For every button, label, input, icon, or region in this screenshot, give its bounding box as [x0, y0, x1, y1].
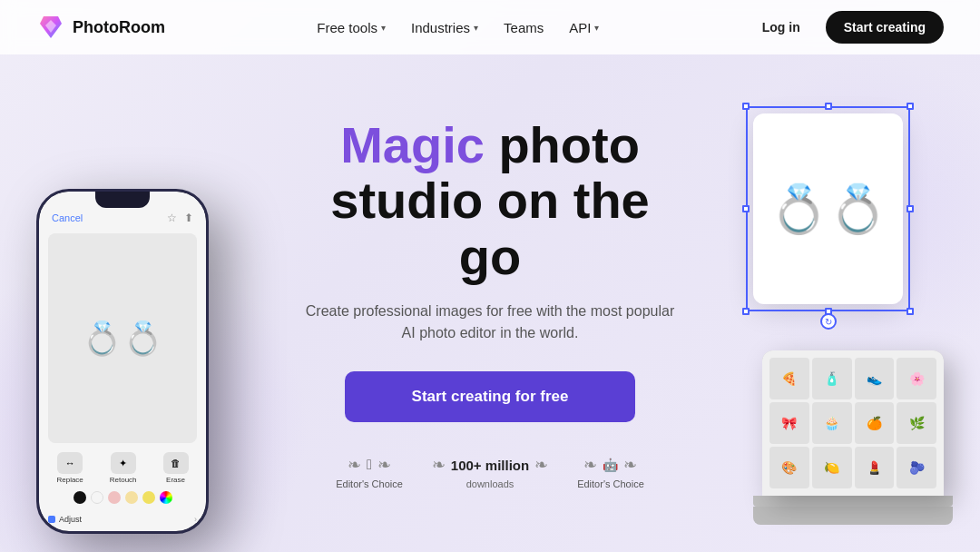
- handle-top-left[interactable]: [742, 103, 750, 110]
- badge-android: ❧ 🤖 ❧ Editor's Choice: [577, 455, 644, 489]
- adjust-dot-icon: [48, 516, 55, 523]
- rotate-handle[interactable]: ↻: [820, 313, 837, 330]
- phone-image-area: 💍💍: [48, 233, 197, 443]
- nav-industries[interactable]: Industries ▾: [411, 20, 478, 35]
- phone-device: Cancel ☆ ⬆ 💍💍 ↔ Replace: [36, 189, 209, 534]
- phone-adjust-row: Adjust ›: [39, 511, 206, 531]
- laptop-base: [753, 496, 953, 507]
- laptop-device: 🍕🧴👟🌸🎀🧁🍊🌿🎨🍋💄🫐: [762, 350, 944, 496]
- laurel-right-icon: ❧: [377, 455, 391, 475]
- chevron-right-icon: ›: [194, 515, 197, 524]
- handle-right-mid[interactable]: [906, 205, 914, 212]
- chevron-down-icon: ▾: [594, 23, 599, 33]
- color-pink[interactable]: [108, 491, 121, 504]
- laptop-cell-7: 🌿: [897, 402, 936, 444]
- laurel-right-icon: ❧: [534, 455, 548, 475]
- logo-text: PhotoRoom: [73, 18, 165, 37]
- selection-box: 💍💍 ↻: [753, 113, 903, 304]
- badge-downloads-row: ❧ 100+ million ❧: [432, 455, 548, 475]
- hero-center: Magic photostudio on the go Create profe…: [299, 117, 681, 490]
- color-black[interactable]: [74, 491, 86, 504]
- download-count: 100+ million: [451, 458, 529, 473]
- nav-teams[interactable]: Teams: [504, 20, 544, 35]
- phone-tools: ↔ Replace ✦ Retouch 🗑 Erase: [39, 447, 206, 511]
- start-creating-button[interactable]: Start creating: [826, 11, 944, 44]
- laurel-left-icon: ❧: [432, 455, 446, 475]
- handle-top-right[interactable]: [906, 103, 914, 110]
- hero-title-magic: Magic: [340, 116, 485, 173]
- chevron-down-icon: ▾: [381, 23, 386, 33]
- star-icon: ☆: [167, 212, 177, 224]
- color-white[interactable]: [91, 491, 103, 504]
- retouch-icon: ✦: [111, 452, 136, 474]
- badge-apple: ❧  ❧ Editor's Choice: [336, 455, 403, 489]
- replace-icon: ↔: [57, 452, 83, 474]
- laptop-cell-4: 🎀: [769, 402, 809, 444]
- erase-icon: 🗑: [163, 452, 189, 474]
- laurel-right-icon: ❧: [623, 455, 637, 475]
- selection-container: 💍💍 ↻: [753, 113, 903, 304]
- badges-row: ❧  ❧ Editor's Choice ❧ 100+ million ❧ d…: [299, 455, 681, 489]
- laptop-cell-8: 🎨: [769, 447, 809, 488]
- phone-mockup: Cancel ☆ ⬆ 💍💍 ↔ Replace: [36, 189, 209, 534]
- retouch-tool[interactable]: ✦ Retouch: [110, 452, 137, 484]
- hero-title: Magic photostudio on the go: [299, 117, 681, 285]
- android-badge-label: Editor's Choice: [577, 478, 644, 489]
- share-icon: ⬆: [184, 212, 193, 224]
- android-icon: 🤖: [603, 458, 618, 472]
- login-button[interactable]: Log in: [751, 15, 811, 40]
- laptop-screen: 🍕🧴👟🌸🎀🧁🍊🌿🎨🍋💄🫐: [762, 350, 944, 496]
- laurel-left-icon: ❧: [583, 455, 597, 475]
- selection-border: [746, 106, 910, 311]
- chevron-down-icon: ▾: [474, 23, 478, 33]
- apple-badge-label: Editor's Choice: [336, 478, 403, 489]
- color-yellow-light[interactable]: [125, 491, 138, 504]
- hero-section: Cancel ☆ ⬆ 💍💍 ↔ Replace: [0, 54, 980, 552]
- laptop-keyboard: [753, 507, 953, 525]
- color-yellow[interactable]: [142, 491, 155, 504]
- badge-downloads: ❧ 100+ million ❧ downloads: [432, 455, 548, 489]
- laptop-cell-5: 🧁: [812, 402, 852, 444]
- handle-bottom-left[interactable]: [742, 308, 750, 315]
- laptop-cell-6: 🍊: [855, 402, 895, 444]
- adjust-label[interactable]: Adjust: [48, 515, 82, 524]
- laptop-cell-0: 🍕: [769, 358, 809, 399]
- cta-button[interactable]: Start creating for free: [345, 371, 635, 422]
- laptop-cell-3: 🌸: [897, 358, 936, 399]
- nav-links: Free tools ▾ Industries ▾ Teams API ▾: [317, 20, 599, 35]
- phone-icons: ☆ ⬆: [167, 212, 193, 224]
- badge-apple-row: ❧  ❧: [348, 455, 391, 475]
- phone-notch: [95, 192, 150, 208]
- logo[interactable]: PhotoRoom: [36, 13, 165, 42]
- apple-icon: : [367, 457, 372, 473]
- replace-tool[interactable]: ↔ Replace: [56, 452, 83, 484]
- nav-api[interactable]: API ▾: [569, 20, 599, 35]
- download-sub-label: downloads: [466, 478, 514, 489]
- laptop-cell-2: 👟: [855, 358, 895, 399]
- laurel-left-icon: ❧: [348, 455, 361, 475]
- navbar: PhotoRoom Free tools ▾ Industries ▾ Team…: [0, 0, 980, 54]
- nav-actions: Log in Start creating: [751, 11, 944, 44]
- erase-tool[interactable]: 🗑 Erase: [163, 452, 189, 484]
- hero-subtitle: Create professional images for free with…: [299, 301, 681, 344]
- handle-left-mid[interactable]: [742, 205, 750, 212]
- laptop-cell-10: 💄: [855, 447, 895, 488]
- laptop-cell-11: 🫐: [897, 447, 936, 488]
- phone-screen: Cancel ☆ ⬆ 💍💍 ↔ Replace: [39, 192, 206, 531]
- laptop-mockup: 🍕🧴👟🌸🎀🧁🍊🌿🎨🍋💄🫐: [762, 350, 953, 525]
- laptop-cell-1: 🧴: [812, 358, 852, 399]
- badge-android-row: ❧ 🤖 ❧: [583, 455, 637, 475]
- laptop-cell-9: 🍋: [812, 447, 852, 488]
- logo-icon: [36, 13, 65, 42]
- tool-row: ↔ Replace ✦ Retouch 🗑 Erase: [48, 452, 197, 484]
- handle-top-mid[interactable]: [825, 103, 832, 110]
- nav-free-tools[interactable]: Free tools ▾: [317, 20, 386, 35]
- handle-bottom-right[interactable]: [906, 308, 914, 315]
- color-row: [48, 489, 197, 506]
- phone-cancel: Cancel: [52, 212, 83, 223]
- earring-image: 💍💍: [82, 320, 163, 358]
- color-rainbow[interactable]: [160, 491, 172, 504]
